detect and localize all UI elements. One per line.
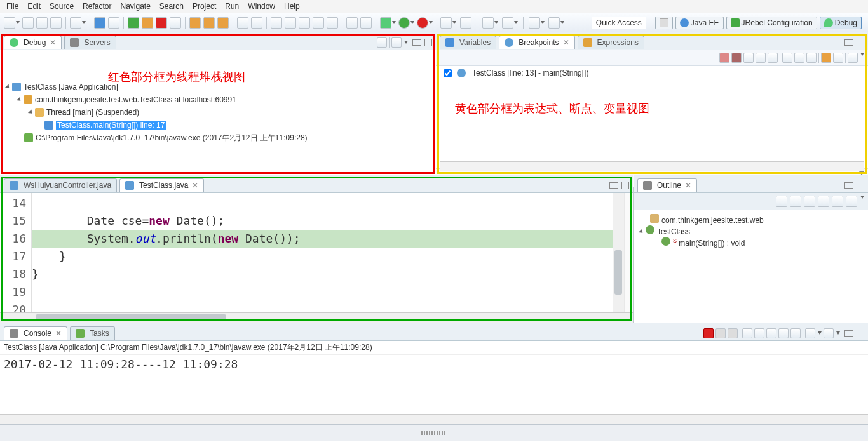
maximize-button[interactable] bbox=[857, 182, 864, 189]
chevron-down-icon[interactable] bbox=[860, 196, 864, 199]
tb-btn-g[interactable] bbox=[360, 17, 372, 29]
ext-tools-button[interactable] bbox=[417, 17, 433, 29]
tb-btn-b[interactable] bbox=[285, 17, 296, 29]
use-step-filters-button[interactable] bbox=[251, 17, 262, 29]
scroll-lock-button[interactable] bbox=[754, 328, 764, 338]
minimize-button[interactable] bbox=[844, 182, 853, 189]
step-over-button[interactable] bbox=[203, 17, 215, 29]
drop-frame-button[interactable] bbox=[237, 17, 248, 29]
menu-run[interactable]: Run bbox=[225, 2, 239, 11]
hide-nonpublic-button[interactable] bbox=[832, 196, 843, 207]
outline-tree[interactable]: com.thinkgem.jeesite.test.web TestClass … bbox=[634, 210, 868, 252]
debug-view: Debug✕ Servers 红色部分框为线程堆栈视图 TestClass [J… bbox=[0, 32, 436, 175]
new-console-button[interactable] bbox=[824, 328, 834, 338]
run-launch-button[interactable] bbox=[398, 17, 414, 29]
menu-edit[interactable]: Edit bbox=[27, 2, 41, 11]
remove-launch-button[interactable] bbox=[715, 328, 726, 338]
step-return-button[interactable] bbox=[217, 17, 229, 29]
tab-tasks[interactable]: Tasks bbox=[70, 326, 115, 340]
main-toolbar: Quick Access Java EE JRebel Configuratio… bbox=[0, 13, 868, 32]
package-icon bbox=[650, 214, 659, 223]
menu-file[interactable]: FFileile bbox=[6, 2, 18, 11]
remove-all-launches-button[interactable] bbox=[728, 328, 738, 338]
perspective-debug[interactable]: Debug bbox=[820, 17, 862, 29]
pin-console-button[interactable] bbox=[778, 328, 789, 338]
tab-console[interactable]: Console✕ bbox=[4, 326, 67, 340]
maximize-button[interactable] bbox=[857, 330, 864, 337]
nav-back-button[interactable] bbox=[482, 17, 498, 29]
open-perspective-button[interactable] bbox=[655, 17, 673, 29]
open-type-button[interactable] bbox=[460, 17, 471, 29]
console-output[interactable]: 2017-02-12 11:09:28----12 11:09:28 bbox=[0, 355, 868, 414]
tb-btn-c[interactable] bbox=[299, 17, 310, 29]
console-view: Console✕ Tasks TestClass [Java Applicati… bbox=[0, 323, 868, 424]
horizontal-scrollbar[interactable] bbox=[0, 414, 868, 424]
tb-btn-e[interactable] bbox=[327, 17, 338, 29]
outline-view: Outline✕ com.thinkgem.jeesite.test.web T… bbox=[633, 175, 868, 323]
sash-grip[interactable] bbox=[421, 431, 447, 435]
hide-static-button[interactable] bbox=[818, 196, 829, 207]
terminate-button[interactable] bbox=[156, 17, 167, 29]
class-icon bbox=[646, 225, 654, 234]
yellow-highlight-box bbox=[437, 34, 867, 174]
menubar: FFileile Edit Source Refactor Navigate S… bbox=[0, 0, 868, 13]
prev-annot-button[interactable] bbox=[529, 17, 545, 29]
menu-navigate[interactable]: Navigate bbox=[120, 2, 150, 11]
menu-refactor[interactable]: Refactor bbox=[83, 2, 111, 11]
status-bar bbox=[0, 424, 868, 441]
menu-search[interactable]: Search bbox=[159, 2, 184, 11]
new-button[interactable] bbox=[4, 17, 20, 29]
display-selected-button[interactable] bbox=[790, 328, 801, 338]
terminate-console-button[interactable] bbox=[703, 328, 714, 338]
disconnect-button[interactable] bbox=[170, 17, 181, 29]
console-icon bbox=[10, 329, 18, 338]
tb-btn-f[interactable] bbox=[346, 17, 358, 29]
close-icon[interactable]: ✕ bbox=[685, 181, 691, 190]
perspective-java-ee[interactable]: Java EE bbox=[675, 17, 724, 29]
hide-local-button[interactable] bbox=[846, 196, 857, 207]
focus-button[interactable] bbox=[776, 196, 787, 207]
build-button[interactable] bbox=[70, 17, 86, 29]
quick-access[interactable]: Quick Access bbox=[592, 17, 646, 29]
skip-breakpoints-button[interactable] bbox=[94, 17, 105, 29]
menu-help[interactable]: Help bbox=[284, 2, 300, 11]
minimize-button[interactable] bbox=[844, 330, 853, 337]
open-console-button[interactable] bbox=[805, 328, 815, 338]
tasks-icon bbox=[76, 329, 85, 338]
menu-window[interactable]: Window bbox=[248, 2, 275, 11]
menu-project[interactable]: Project bbox=[193, 2, 216, 11]
perspective-jrebel[interactable]: JRebel Configuration bbox=[726, 17, 817, 29]
menu-source[interactable]: Source bbox=[50, 2, 74, 11]
method-icon bbox=[661, 237, 670, 246]
clear-console-button[interactable] bbox=[742, 328, 752, 338]
green-highlight-box bbox=[1, 177, 632, 321]
save-all-button[interactable] bbox=[36, 17, 48, 29]
new-server-button[interactable] bbox=[440, 17, 456, 29]
sort-button[interactable] bbox=[790, 196, 801, 207]
nav-next-button[interactable] bbox=[502, 17, 518, 29]
search-button[interactable] bbox=[108, 17, 119, 29]
tb-btn-d[interactable] bbox=[313, 17, 324, 29]
next-annot-button[interactable] bbox=[548, 17, 564, 29]
hide-fields-button[interactable] bbox=[804, 196, 815, 207]
tb-btn-a[interactable] bbox=[271, 17, 282, 29]
console-process-label: TestClass [Java Application] C:\Program … bbox=[0, 341, 868, 355]
print-button[interactable] bbox=[50, 17, 62, 29]
resume-button[interactable] bbox=[128, 17, 139, 29]
wrap-button[interactable] bbox=[766, 328, 776, 338]
red-highlight-box bbox=[1, 34, 435, 174]
debug-launch-button[interactable] bbox=[380, 17, 396, 29]
suspend-button[interactable] bbox=[142, 17, 153, 29]
save-button[interactable] bbox=[22, 17, 34, 29]
outline-icon bbox=[643, 181, 652, 190]
step-into-button[interactable] bbox=[189, 17, 201, 29]
tab-outline[interactable]: Outline✕ bbox=[637, 178, 697, 192]
close-icon[interactable]: ✕ bbox=[55, 329, 62, 338]
variables-breakpoints-view: Variables Breakpoints✕ Expressions bbox=[436, 32, 868, 175]
